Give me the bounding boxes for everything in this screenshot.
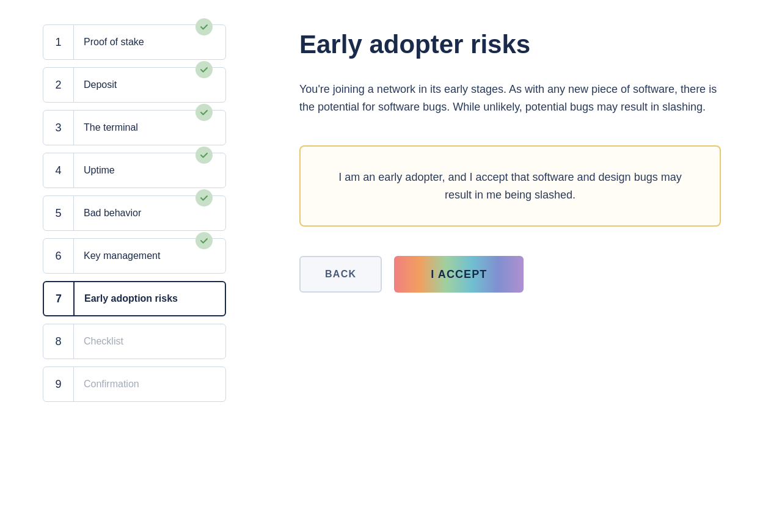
step-label-6: Key management — [74, 250, 170, 261]
step-number-7: 7 — [44, 282, 75, 315]
step-number-4: 4 — [43, 153, 74, 188]
check-badge-4 — [196, 147, 213, 164]
accept-button[interactable]: I ACCEPT — [394, 256, 524, 293]
check-badge-1 — [196, 18, 213, 35]
step-item-7[interactable]: 7Early adoption risks — [43, 281, 226, 316]
step-label-9: Confirmation — [74, 379, 149, 390]
check-badge-3 — [196, 104, 213, 121]
sidebar: 1Proof of stake2Deposit3The terminal4Upt… — [24, 12, 263, 520]
step-wrapper-3: 3The terminal — [43, 110, 250, 145]
back-button[interactable]: BACK — [299, 256, 382, 293]
step-label-2: Deposit — [74, 79, 126, 90]
step-label-1: Proof of stake — [74, 37, 154, 48]
step-item-9[interactable]: 9Confirmation — [43, 366, 226, 402]
acceptance-text: I am an early adopter, and I accept that… — [325, 169, 695, 204]
step-number-5: 5 — [43, 196, 74, 230]
step-number-1: 1 — [43, 25, 74, 59]
step-label-3: The terminal — [74, 122, 148, 133]
step-wrapper-1: 1Proof of stake — [43, 24, 250, 60]
step-label-4: Uptime — [74, 165, 125, 176]
step-number-3: 3 — [43, 111, 74, 145]
step-item-8[interactable]: 8Checklist — [43, 324, 226, 359]
step-wrapper-8: 8Checklist — [43, 324, 250, 359]
main-content: Early adopter risks You're joining a net… — [263, 12, 758, 520]
description-text: You're joining a network in its early st… — [299, 81, 721, 116]
step-label-7: Early adoption risks — [75, 293, 188, 304]
step-wrapper-9: 9Confirmation — [43, 366, 250, 402]
step-number-8: 8 — [43, 324, 74, 359]
check-badge-5 — [196, 189, 213, 206]
check-badge-2 — [196, 61, 213, 78]
step-label-5: Bad behavior — [74, 208, 151, 219]
step-wrapper-2: 2Deposit — [43, 67, 250, 103]
page-title: Early adopter risks — [299, 31, 721, 59]
step-number-6: 6 — [43, 239, 74, 273]
step-wrapper-5: 5Bad behavior — [43, 195, 250, 231]
step-number-9: 9 — [43, 367, 74, 401]
step-number-2: 2 — [43, 68, 74, 102]
step-wrapper-6: 6Key management — [43, 238, 250, 274]
check-badge-6 — [196, 232, 213, 249]
step-wrapper-4: 4Uptime — [43, 153, 250, 188]
step-wrapper-7: 7Early adoption risks — [43, 281, 250, 316]
step-label-8: Checklist — [74, 336, 133, 347]
button-row: BACK I ACCEPT — [299, 256, 721, 293]
acceptance-box: I am an early adopter, and I accept that… — [299, 145, 721, 227]
